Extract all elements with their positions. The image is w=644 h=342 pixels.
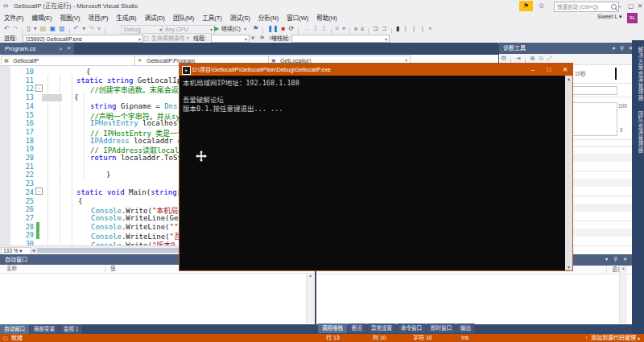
- panel-dropdown-icon[interactable]: ▾: [613, 43, 615, 54]
- continue-button[interactable]: 继续(C): [221, 24, 241, 34]
- callstack-tab-断点[interactable]: 断点: [348, 323, 366, 333]
- pin-icon[interactable]: ⚲: [614, 254, 617, 265]
- console-minimize-button[interactable]: –: [526, 64, 540, 76]
- avatar[interactable]: SL: [627, 13, 638, 23]
- scroll-left-icon[interactable]: ◀: [31, 247, 35, 253]
- toolbar-icon[interactable]: ↶: [72, 24, 81, 34]
- debug-config-dropdown[interactable]: Debug▾: [121, 25, 164, 34]
- column-separator[interactable]: [105, 266, 105, 272]
- toolbar-icon[interactable]: ▯: [25, 24, 31, 34]
- toolbar-icon[interactable]: ⌗: [334, 24, 341, 34]
- menu-item-窗口[interactable]: 窗口(W): [283, 12, 312, 24]
- toolbar-icon[interactable]: ↥: [320, 24, 328, 34]
- autos-tab-监视 1[interactable]: 监视 1: [60, 324, 82, 334]
- toolbar-icon[interactable]: ↶: [2, 24, 11, 34]
- toolbar-icon[interactable]: ɕ: [359, 24, 365, 34]
- column-separator[interactable]: [606, 266, 607, 273]
- project-dropdown[interactable]: ▦ GetlocalIP▾: [1, 56, 144, 66]
- toolbar-icon[interactable]: ❙: [410, 24, 419, 34]
- scroll-down-icon[interactable]: ▼: [567, 265, 571, 270]
- toolbar-icon[interactable]: ↷: [87, 24, 96, 34]
- platform-dropdown[interactable]: Any CPU▾: [162, 25, 215, 34]
- outline-collapse-icon[interactable]: −: [35, 84, 43, 92]
- toolbar-icon[interactable]: ▤: [39, 24, 48, 34]
- scroll-up-icon[interactable]: ▲: [567, 76, 571, 81]
- menu-item-团队[interactable]: 团队(M): [169, 12, 198, 24]
- callstack-tab-命令窗口[interactable]: 命令窗口: [397, 323, 426, 333]
- source-control-icon[interactable]: ↑: [585, 334, 588, 342]
- rail-tab-团队资源管理器[interactable]: 团队资源管理器: [632, 108, 644, 154]
- console-maximize-button[interactable]: □: [542, 64, 556, 76]
- lifecycle-events-button[interactable]: 生命周期事件: [151, 34, 185, 43]
- menu-item-帮助[interactable]: 帮助(H): [312, 12, 341, 24]
- tab-close-icon[interactable]: ✕: [67, 43, 71, 55]
- menu-item-文件[interactable]: 文件(F): [0, 12, 28, 24]
- feedback-icon[interactable]: ☺: [538, 0, 545, 12]
- add-to-source-control-button[interactable]: 添加到源代码管理: [591, 334, 636, 342]
- notifications-flag-icon[interactable]: ⚑: [519, 1, 533, 11]
- close-icon[interactable]: ✕: [623, 254, 627, 265]
- column-name[interactable]: 名称: [6, 265, 17, 273]
- console-window[interactable]: ▸ D:\项目\GetlocalIP\GetlocalIP\bin\Debug\…: [179, 63, 573, 271]
- toolbar-icon[interactable]: ▥: [57, 24, 67, 34]
- toolbar-icon[interactable]: ▮: [394, 24, 401, 34]
- toolbar-icon[interactable]: ▾: [427, 24, 433, 34]
- source-control-dropdown-icon[interactable]: ▴: [638, 334, 640, 342]
- menu-item-调试[interactable]: 调试(D): [141, 12, 169, 24]
- toolbar-icon[interactable]: ▾: [341, 24, 347, 34]
- autos-vscrollbar[interactable]: ▲: [306, 273, 314, 323]
- console-vscrollbar[interactable]: ▲ ▼: [565, 76, 572, 270]
- panel-dropdown-icon[interactable]: ▾: [605, 254, 608, 265]
- toolbar-icon[interactable]: ↷: [11, 24, 20, 34]
- menu-item-分析[interactable]: 分析(N): [254, 12, 283, 24]
- process-dropdown[interactable]: [15692] GetlocalIP.exe▾: [23, 35, 143, 43]
- column-value[interactable]: 值: [110, 265, 116, 273]
- continue-dropdown-icon[interactable]: ▾: [244, 24, 246, 34]
- quick-launch-input[interactable]: 快速启动 (Ctrl+Q): [554, 2, 619, 12]
- autos-tab-局部变量[interactable]: 局部变量: [30, 324, 59, 334]
- callstack-tab-异常设置[interactable]: 异常设置: [367, 323, 396, 333]
- menu-item-生成[interactable]: 生成(B): [113, 12, 141, 24]
- maximize-button[interactable]: ▢: [628, 0, 634, 12]
- callstack-tab-即时窗口[interactable]: 即时窗口: [427, 323, 456, 333]
- callstack-tab-输出[interactable]: 输出: [456, 323, 475, 333]
- toolbar-icon[interactable]: ■: [280, 24, 287, 34]
- timeline-marker[interactable]: [615, 68, 617, 80]
- collapsed-region-box[interactable]: [42, 94, 62, 101]
- outline-collapse-icon[interactable]: −: [35, 187, 43, 195]
- menu-item-测试[interactable]: 测试(S): [226, 12, 254, 24]
- toolbar-icon[interactable]: ▣: [47, 24, 57, 34]
- console-close-button[interactable]: ✕: [558, 64, 572, 76]
- continue-icon[interactable]: ▶: [214, 24, 219, 34]
- menu-item-视图[interactable]: 视图(V): [56, 12, 85, 24]
- toolbar-icon[interactable]: ❙: [419, 24, 427, 34]
- thread-dropdown[interactable]: ▾: [211, 35, 250, 43]
- toolbar-icon[interactable]: ▾: [32, 24, 39, 34]
- autos-tab-自动窗口[interactable]: 自动窗口: [0, 324, 29, 334]
- toolbar-icon[interactable]: ❙: [401, 24, 410, 34]
- stack-frame-dropdown[interactable]: ▾: [291, 35, 390, 43]
- account-name[interactable]: Sweet L ▾: [597, 14, 622, 20]
- toolbar-icon[interactable]: ʙ: [353, 24, 359, 34]
- toolbar-icon[interactable]: ⊐: [380, 24, 389, 34]
- toolbar-icon[interactable]: ▾: [96, 24, 102, 34]
- tab-program-cs[interactable]: Program.cs ＊ ✕: [0, 43, 74, 55]
- diagnostic-tools-header[interactable]: 诊断工具 ▾ ⚲ ✕: [499, 43, 636, 54]
- menu-item-工具[interactable]: 工具(T): [198, 12, 226, 24]
- toolbar-icon[interactable]: →: [301, 24, 311, 34]
- toolbar-icon[interactable]: ⟳: [287, 24, 295, 34]
- callstack-vscrollbar[interactable]: ▲: [619, 266, 627, 323]
- menu-item-编辑[interactable]: 编辑(E): [28, 12, 56, 24]
- rail-tab-解决方案资源管理器[interactable]: 解决方案资源管理器: [632, 43, 644, 101]
- menu-item-项目[interactable]: 项目(P): [85, 12, 113, 24]
- minimize-button[interactable]: –: [618, 0, 621, 12]
- pin-icon[interactable]: ⚲: [621, 43, 624, 54]
- toolbar-icon[interactable]: ⚑: [251, 24, 260, 34]
- lifecycle-dropdown-icon[interactable]: ▾: [187, 34, 189, 43]
- toolbar-icon[interactable]: ↧: [311, 24, 320, 34]
- close-button[interactable]: ✕: [638, 0, 642, 12]
- console-title-bar[interactable]: ▸ D:\项目\GetlocalIP\GetlocalIP\bin\Debug\…: [180, 64, 572, 76]
- toolbar-icon[interactable]: ▾: [80, 24, 87, 34]
- callstack-tab-调用堆栈[interactable]: 调用堆栈: [318, 323, 347, 333]
- toolbar-icon[interactable]: ❚❚: [266, 24, 279, 34]
